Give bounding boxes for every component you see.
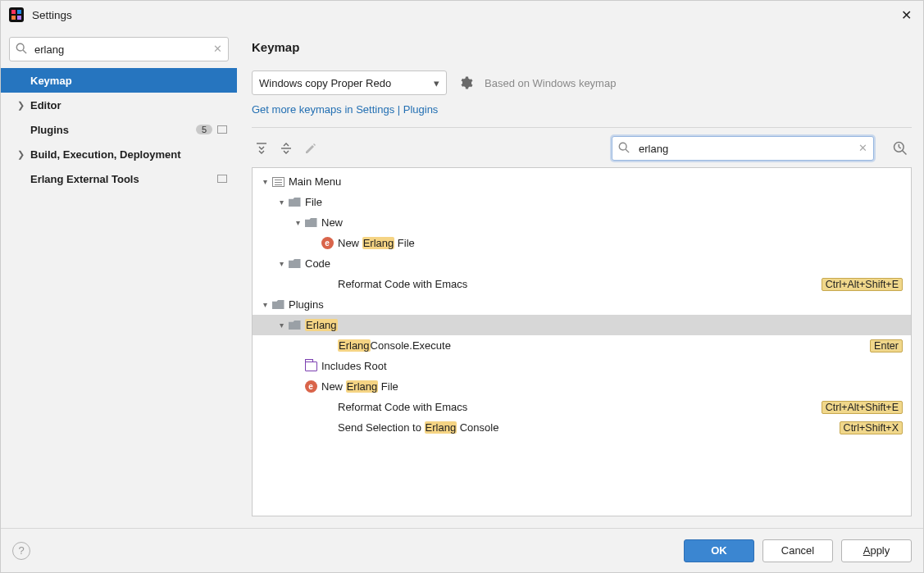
- nav-label: Erlang External Tools: [30, 173, 217, 185]
- blank-icon: [320, 339, 335, 352]
- folder-icon: [287, 196, 302, 209]
- tree-row[interactable]: ErlangConsole.ExecuteEnter: [253, 335, 911, 356]
- folder-icon: [287, 319, 302, 332]
- titlebar: Settings ✕: [1, 1, 923, 29]
- tree-row[interactable]: Reformat Code with EmacsCtrl+Alt+Shift+E: [253, 274, 911, 294]
- cancel-button[interactable]: Cancel: [762, 539, 833, 562]
- svg-rect-1: [11, 10, 16, 14]
- tree-label: File: [305, 196, 903, 208]
- folder-icon: [287, 257, 302, 271]
- project-level-icon: [217, 125, 227, 134]
- close-icon[interactable]: ✕: [898, 4, 915, 26]
- keymap-selector-row: Windows copy Proper Redo ▾ Based on Wind…: [252, 70, 912, 95]
- based-on-text: Based on Windows keymap: [485, 77, 616, 89]
- nav-item-keymap[interactable]: Keymap: [1, 68, 237, 93]
- tree-row[interactable]: ▾File: [253, 192, 911, 212]
- svg-point-11: [894, 143, 904, 152]
- edit-shortcut-icon[interactable]: [304, 142, 319, 155]
- settings-search: ✕: [9, 37, 229, 61]
- tree-row[interactable]: eNew Erlang File: [253, 233, 911, 253]
- ok-button[interactable]: OK: [684, 539, 754, 562]
- twisty-icon: ▾: [275, 198, 287, 207]
- keymap-tree[interactable]: ▾Main Menu▾File▾NeweNew Erlang File▾Code…: [252, 167, 912, 516]
- nav-item-plugins[interactable]: Plugins 5: [1, 117, 237, 142]
- svg-rect-0: [9, 7, 24, 22]
- tree-row[interactable]: eNew Erlang File: [253, 376, 911, 397]
- tree-label: ErlangConsole.Execute: [338, 339, 870, 352]
- keymap-dropdown-value: Windows copy Proper Redo: [259, 77, 391, 89]
- expand-all-icon[interactable]: [255, 142, 270, 155]
- erlang-file-icon: e: [303, 380, 318, 393]
- menu-icon: [271, 175, 285, 189]
- twisty-icon: ▾: [259, 177, 271, 186]
- settings-search-input[interactable]: [9, 37, 229, 61]
- app-logo-icon: [9, 7, 24, 22]
- main-area: ✕ Keymap ❯ Editor Plugins 5 ❯ Build, Exe…: [1, 29, 923, 528]
- tree-row[interactable]: ▾Main Menu: [253, 171, 911, 192]
- find-by-shortcut-icon[interactable]: [892, 140, 908, 157]
- tree-row[interactable]: Reformat Code with EmacsCtrl+Alt+Shift+E: [253, 397, 911, 417]
- nav-item-build[interactable]: ❯ Build, Execution, Deployment: [1, 142, 237, 166]
- includes-root-icon: [303, 360, 318, 373]
- get-keymaps-link-row: Get more keymaps in Settings | Plugins: [252, 103, 912, 116]
- clear-icon[interactable]: ✕: [858, 142, 867, 154]
- tree-label: New: [321, 216, 903, 229]
- clear-icon[interactable]: ✕: [213, 43, 222, 55]
- svg-line-6: [23, 50, 26, 53]
- nav-item-erlang-tools[interactable]: Erlang External Tools: [1, 166, 237, 191]
- separator: [252, 127, 912, 128]
- erlang-file-icon: e: [320, 237, 335, 250]
- svg-line-10: [626, 149, 629, 152]
- tree-label: Main Menu: [289, 175, 903, 188]
- nav-label: Build, Execution, Deployment: [30, 148, 227, 161]
- action-search: ✕: [612, 136, 874, 161]
- window-title: Settings: [32, 9, 898, 21]
- nav-label: Keymap: [30, 75, 227, 87]
- chevron-right-icon: ❯: [17, 149, 25, 160]
- tree-label: Erlang: [305, 319, 903, 331]
- blank-icon: [320, 401, 335, 414]
- settings-nav: Keymap ❯ Editor Plugins 5 ❯ Build, Execu…: [1, 68, 237, 191]
- tree-row[interactable]: ▾Code: [253, 253, 911, 274]
- nav-item-editor[interactable]: ❯ Editor: [1, 93, 237, 117]
- svg-line-12: [903, 151, 907, 155]
- get-keymaps-link[interactable]: Get more keymaps in Settings | Plugins: [252, 103, 438, 116]
- tree-row[interactable]: ▾Erlang: [253, 315, 911, 335]
- tree-label: Reformat Code with Emacs: [338, 278, 822, 290]
- search-icon: [618, 142, 630, 153]
- tree-label: Send Selection to Erlang Console: [338, 421, 840, 434]
- tree-row[interactable]: ▾Plugins: [253, 294, 911, 315]
- svg-point-5: [16, 43, 24, 51]
- twisty-icon: ▾: [259, 300, 271, 309]
- plugins-badge: 5: [196, 125, 212, 134]
- svg-point-9: [619, 143, 626, 150]
- apply-button[interactable]: Apply: [841, 539, 912, 562]
- nav-label: Plugins: [30, 124, 196, 136]
- tree-row[interactable]: ▾New: [253, 212, 911, 233]
- nav-label: Editor: [30, 99, 227, 111]
- project-level-icon: [217, 175, 227, 183]
- shortcut-badge: Ctrl+Alt+Shift+E: [822, 278, 903, 291]
- chevron-right-icon: ❯: [17, 100, 25, 111]
- dialog-footer: ? OK Cancel Apply: [1, 528, 923, 572]
- twisty-icon: ▾: [275, 321, 287, 330]
- shortcut-badge: Ctrl+Shift+X: [840, 421, 903, 434]
- gear-icon[interactable]: [458, 75, 473, 90]
- svg-rect-4: [17, 16, 21, 20]
- collapse-all-icon[interactable]: [280, 142, 294, 155]
- help-icon[interactable]: ?: [12, 542, 30, 560]
- tree-label: New Erlang File: [338, 237, 903, 249]
- tree-label: Reformat Code with Emacs: [338, 401, 822, 413]
- tree-label: Plugins: [289, 298, 903, 311]
- keymap-dropdown[interactable]: Windows copy Proper Redo ▾: [252, 70, 447, 95]
- tree-label: Includes Root: [321, 360, 903, 372]
- page-title: Keymap: [252, 40, 912, 54]
- tree-label: Code: [305, 257, 903, 270]
- action-search-input[interactable]: [612, 136, 874, 161]
- svg-rect-2: [17, 10, 21, 14]
- tree-row[interactable]: Includes Root: [253, 356, 911, 376]
- tree-row[interactable]: Send Selection to Erlang ConsoleCtrl+Shi…: [253, 417, 911, 438]
- content-pane: Keymap Windows copy Proper Redo ▾ Based …: [237, 29, 923, 528]
- chevron-down-icon: ▾: [434, 77, 439, 89]
- keymap-toolbar: ✕: [252, 133, 912, 167]
